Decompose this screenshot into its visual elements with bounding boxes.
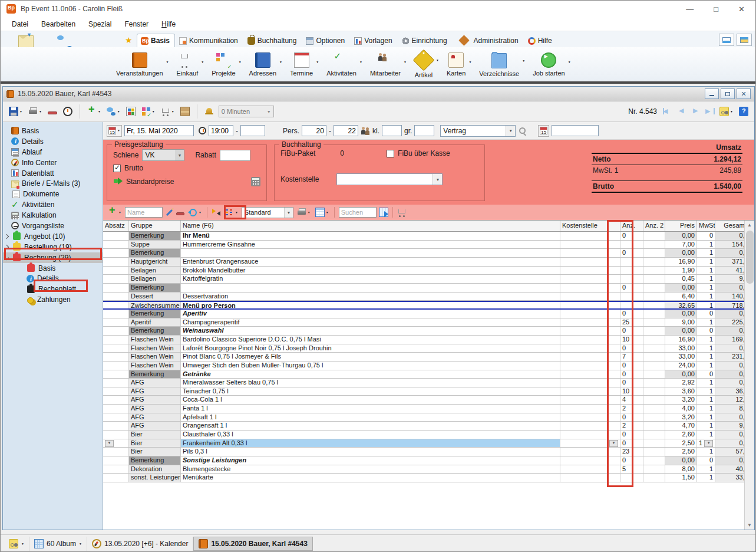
table-row[interactable]: AFGFanta 1 l24,0018,00 xyxy=(103,405,754,413)
cell-name[interactable] xyxy=(181,284,560,292)
doc-minimize-button[interactable] xyxy=(705,88,719,99)
communication-button[interactable]: ▼ xyxy=(105,106,121,117)
ribbon-action-projekte[interactable]: Projekte▼ xyxy=(212,52,241,77)
standard-prices-button[interactable]: Standardpreise xyxy=(126,178,174,186)
cell-name[interactable]: Hummercreme Ginsahne xyxy=(181,241,560,249)
ribbon-action-adressen[interactable]: Adressen▼ xyxy=(249,52,282,77)
sidebar-item-aktivitäten[interactable]: Aktivitäten xyxy=(3,199,103,210)
view-select[interactable]: Standard▼ xyxy=(242,207,293,218)
cell-name[interactable]: Fanta 1 l xyxy=(181,405,560,413)
cell-name[interactable]: Blumengestecke xyxy=(181,465,560,474)
menu-item-hilfe[interactable]: Hilfe xyxy=(156,18,181,30)
ribbon-action-caret[interactable]: ▼ xyxy=(316,61,319,64)
calendar2-button[interactable]: 15 xyxy=(538,125,549,137)
cell-name[interactable]: Getränke xyxy=(181,370,560,379)
sidebar-item-basis[interactable]: Basis xyxy=(3,126,103,136)
sidebar-item-rechnung-29-[interactable]: Rechnung (29) xyxy=(3,252,103,263)
table-row[interactable]: BemerkungAperitiv00,0000,00 xyxy=(103,310,754,318)
communication-caret[interactable]: ▼ xyxy=(117,110,120,113)
save-caret[interactable]: ▼ xyxy=(19,110,22,113)
cell-name[interactable]: Pils 0,3 l xyxy=(181,448,560,456)
ribbon-action-mitarbeiter[interactable]: Mitarbeiter▼ xyxy=(370,52,407,77)
name-quick-input[interactable] xyxy=(125,207,163,218)
table-row[interactable]: AFGApfelsaft 1 l03,2010,00 xyxy=(103,413,754,422)
table-row[interactable]: DekorationBlumengestecke58,00140,00 xyxy=(103,465,754,474)
ribbon-action-caret[interactable]: ▼ xyxy=(279,61,282,64)
sidebar-item-info-center[interactable]: Info Center xyxy=(3,157,103,168)
tab-optionen[interactable]: Optionen xyxy=(302,34,350,47)
sidebar-item-rechenblatt[interactable]: Rechenblatt xyxy=(3,284,103,294)
ribbon-action-caret[interactable]: ▼ xyxy=(522,60,525,63)
table-row[interactable]: SuppeHummercreme Ginsahne7,001154,00 xyxy=(103,241,754,249)
vertical-scrollbar[interactable]: ▲ ▼ xyxy=(744,221,754,530)
table-row[interactable]: BemerkungWeinauswahl00,0000,00 xyxy=(103,327,754,336)
column-header-mwst[interactable]: MwSt. xyxy=(697,221,715,231)
doc-restore-button[interactable] xyxy=(721,88,735,99)
tab-vorlagen[interactable]: Vorlagen xyxy=(350,34,397,47)
print-button[interactable]: ▼ xyxy=(27,106,43,117)
cell-name[interactable]: Laforêt Bourgogne Pinot Noir 0,75 l Jose… xyxy=(181,344,560,353)
close-button[interactable]: ✕ xyxy=(738,5,745,14)
cell-name[interactable]: Menü pro Person xyxy=(181,302,560,308)
event-date-input[interactable] xyxy=(124,125,194,136)
table-row[interactable]: BeilagenBrokkoli Mandelbutter1,90141,80 xyxy=(103,267,754,275)
cell-name[interactable]: Dessertvaration xyxy=(181,293,560,301)
statusbar-item-album[interactable]: 60 Album▼ xyxy=(29,537,87,551)
favorites-tab-button[interactable] xyxy=(123,35,137,47)
time-to-input[interactable] xyxy=(240,125,265,136)
cart-list-icon[interactable] xyxy=(397,208,407,217)
grid-settings-button[interactable]: ▼ xyxy=(314,206,330,218)
column-header-anz2[interactable]: Anz. 2 xyxy=(643,221,665,231)
purchase-caret[interactable]: ▼ xyxy=(171,110,174,113)
tab-basis[interactable]: Basis xyxy=(137,34,175,47)
cell-name[interactable]: Champagneraperitif xyxy=(181,318,560,327)
kostenstelle-dropdown[interactable]: ▼ xyxy=(609,440,618,447)
rabatt-input[interactable] xyxy=(220,150,250,161)
sidebar-item-details[interactable]: Details xyxy=(3,273,103,284)
scroll-down-icon[interactable]: ▼ xyxy=(747,521,752,530)
minutes-select[interactable]: 0 Minuten▼ xyxy=(219,106,274,117)
cell-name[interactable]: Coca-Cola 1 l xyxy=(181,396,560,404)
cell-name[interactable]: Mineralwasser Selters blau 0,75 l xyxy=(181,379,560,387)
fibu-kasse-checkbox[interactable] xyxy=(387,150,394,157)
cell-name[interactable]: Ihr Menü xyxy=(181,232,560,240)
package-button[interactable] xyxy=(179,106,191,117)
cell-name[interactable]: Menükarte xyxy=(181,474,560,482)
reminder-button[interactable] xyxy=(203,106,215,118)
column-header-preis[interactable]: Preis xyxy=(665,221,697,231)
sidebar-item-dokumente[interactable]: Dokumente xyxy=(3,189,103,199)
cell-name[interactable]: Orangensaft 1 l xyxy=(181,422,560,430)
project-link-caret[interactable]: ▼ xyxy=(152,110,155,113)
persons-to-input[interactable] xyxy=(334,125,358,136)
table-row[interactable]: Flaschen WeinPinot Blanc 0,75 l Josmeyer… xyxy=(103,353,754,362)
table-row[interactable]: Flaschen WeinBardolino Classico Superior… xyxy=(103,336,754,344)
panel-toggle-plain-button[interactable] xyxy=(719,34,734,46)
table-row[interactable]: ZwischensummeMenü pro Person32,651718,30 xyxy=(103,301,754,310)
cell-name[interactable]: Umweger Stich den Buben Müller-Thurgau 0… xyxy=(181,362,560,370)
doc-close-button[interactable]: ✕ xyxy=(737,88,751,99)
sidebar-item-angebot-10-[interactable]: Angebot (10) xyxy=(3,231,103,242)
statusbar-item-notes[interactable]: ▼ xyxy=(4,537,29,551)
sidebar-item-briefe-e-mails-3-[interactable]: Briefe / E-Mails (3) xyxy=(3,178,103,189)
cell-name[interactable]: Kartoffelgratin xyxy=(181,275,560,283)
delete-button[interactable] xyxy=(47,107,58,116)
minimize-button[interactable]: — xyxy=(686,5,694,14)
persons-icon[interactable] xyxy=(361,126,370,136)
cell-name[interactable]: Aperitiv xyxy=(181,310,560,318)
ribbon-action-caret[interactable]: ▼ xyxy=(436,59,439,62)
ribbon-action-termine[interactable]: Termine▼ xyxy=(290,52,319,77)
maximize-button[interactable]: □ xyxy=(714,5,718,14)
statusbar-item-calendar-task[interactable]: 13.05.2020 [+6] - Kalender xyxy=(87,537,193,551)
menu-item-fenster[interactable]: Fenster xyxy=(119,18,154,30)
nav-next-button[interactable] xyxy=(691,107,701,116)
ribbon-action-aktivitäten[interactable]: Aktivitäten▼ xyxy=(326,52,362,77)
table-row[interactable]: AFGTeinacher 0,75 l103,60136,00 xyxy=(103,387,754,396)
expand-expand-chevron-icon[interactable] xyxy=(4,244,9,249)
time-tracking-button[interactable] xyxy=(62,106,74,117)
brutto-checkbox[interactable] xyxy=(113,165,121,172)
sidebar-item-bestellung-19-[interactable]: Bestellung (19) xyxy=(3,242,103,252)
cell-name[interactable]: Frankenheim Alt 0,33 l xyxy=(181,439,560,448)
absatz-dropdown[interactable]: ▼ xyxy=(105,440,114,447)
menu-item-spezial[interactable]: Spezial xyxy=(83,18,117,30)
tab-einrichtung[interactable]: Einrichtung xyxy=(398,34,453,47)
